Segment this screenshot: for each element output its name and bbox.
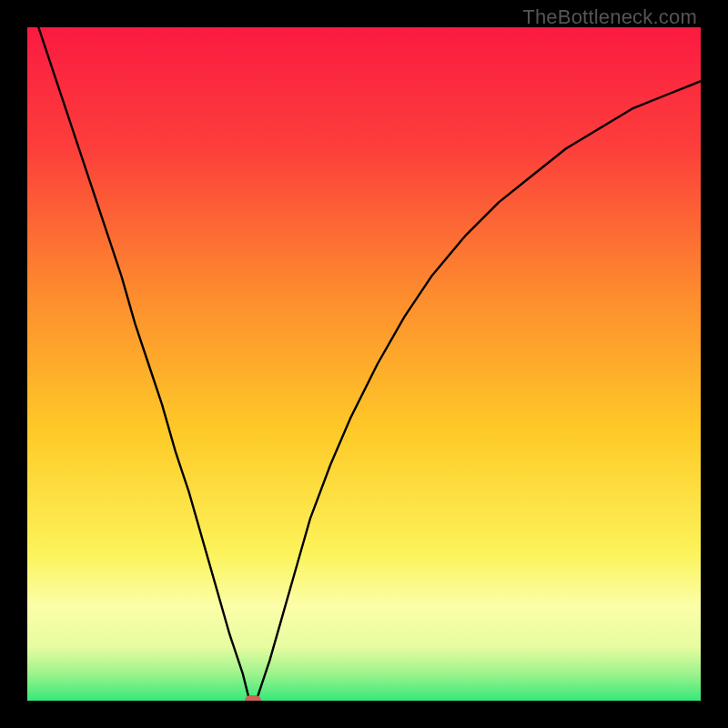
optimum-marker <box>245 695 261 701</box>
plot-area <box>27 27 701 701</box>
chart-frame: TheBottleneck.com <box>0 0 728 728</box>
watermark-text: TheBottleneck.com <box>522 5 697 29</box>
bottleneck-curve <box>27 27 701 701</box>
